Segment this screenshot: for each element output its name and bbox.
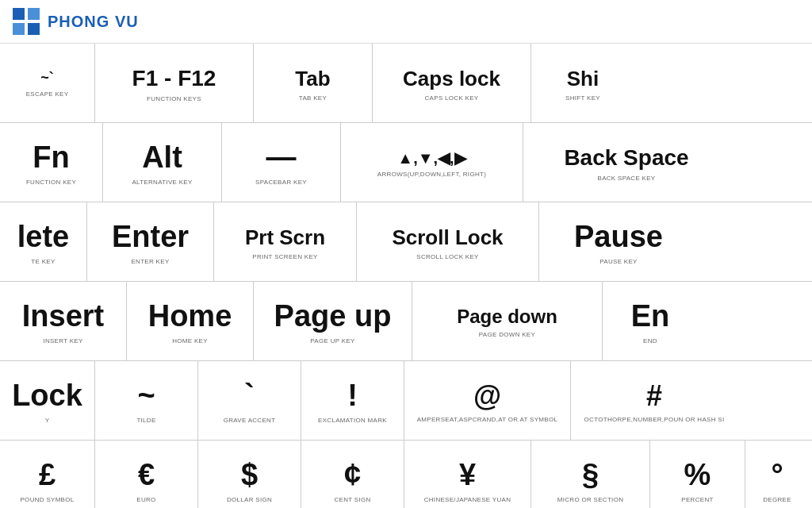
key-main-pause: Pause (574, 221, 663, 254)
key-main-dollar: $ (241, 459, 258, 492)
key-cell-backspace[interactable]: Back SpaceBACK SPACE KEY (523, 123, 730, 202)
key-sub-escape: ESCAPE KEY (26, 90, 69, 98)
key-sub-pageup: PAGE UP KEY (310, 337, 354, 345)
key-sub-end: END (643, 337, 657, 345)
key-cell-shift[interactable]: ShiSHIFT KEY (531, 44, 634, 122)
key-cell-home[interactable]: HomeHOME KEY (127, 282, 254, 360)
row-row5: LockY~TILDE`GRAVE ACCENT!EXCLAMATION MAR… (0, 361, 812, 441)
key-cell-at[interactable]: @AMPERSEAT,ASPCRAND,AT OR AT SYMBOL (404, 361, 571, 440)
key-cell-euro[interactable]: €EURO (95, 441, 198, 508)
key-main-spacebar: — (266, 141, 297, 175)
key-main-prtscn: Prt Scrn (245, 226, 325, 249)
row-row2: FnFUNCTION KEYAltALTERNATIVE KEY—SPACEBA… (0, 123, 812, 202)
key-cell-insert[interactable]: InsertINSERT KEY (0, 282, 127, 360)
key-cell-exclamation[interactable]: !EXCLAMATION MARK (301, 361, 404, 440)
logo-icon (11, 6, 41, 37)
logo-container: PHONG VU (11, 6, 139, 37)
key-cell-pound[interactable]: £POUND SYMBOL (0, 441, 95, 508)
key-cell-enter[interactable]: EnterENTER KEY (87, 202, 214, 281)
key-cell-pagedown[interactable]: Page downPAGE DOWN KEY (412, 282, 603, 360)
key-main-alt: Alt (142, 141, 182, 175)
key-main-pound: £ (39, 459, 56, 492)
key-sub-pound: POUND SYMBOL (20, 496, 74, 504)
svg-rect-1 (28, 8, 40, 20)
key-main-enter: Enter (112, 221, 189, 254)
key-sub-degree: DEGREE (763, 496, 791, 504)
key-main-end: En (631, 300, 670, 333)
key-main-arrows: ▲,▼,◀,▶ (397, 149, 465, 167)
key-sub-scrolllock: SCROLL LOCK KEY (416, 253, 478, 261)
key-main-shift: Shi (567, 67, 599, 90)
key-cell-alt[interactable]: AltALTERNATIVE KEY (103, 123, 222, 202)
key-sub-tilde: TILDE (136, 417, 155, 425)
key-cell-section[interactable]: §MICRO OR SECTION (531, 441, 650, 508)
svg-rect-0 (13, 8, 25, 20)
key-sub-alt: ALTERNATIVE KEY (132, 179, 192, 187)
key-main-delete: lete (17, 221, 69, 254)
key-sub-at: AMPERSEAT,ASPCRAND,AT OR AT SYMBOL (417, 416, 558, 424)
key-cell-end[interactable]: EnEND (603, 282, 698, 360)
key-sub-exclamation: EXCLAMATION MARK (318, 417, 387, 425)
key-cell-grave[interactable]: `GRAVE ACCENT (198, 361, 301, 440)
key-sub-grave: GRAVE ACCENT (224, 417, 276, 425)
key-sub-section: MICRO OR SECTION (557, 496, 623, 504)
key-cell-delete[interactable]: leteTE KEY (0, 202, 87, 281)
key-cell-tilde[interactable]: ~TILDE (95, 361, 198, 440)
key-cell-prtscn[interactable]: Prt ScrnPRINT SCREEN KEY (214, 202, 357, 281)
key-sub-function: FUNCTION KEYS (147, 95, 201, 103)
key-main-at: @ (473, 380, 501, 412)
key-cell-yen[interactable]: ¥CHINESE/JAPANESE YUAN (404, 441, 531, 508)
svg-rect-2 (13, 23, 25, 35)
key-sub-tab: TAB KEY (299, 94, 327, 102)
key-main-fn: Fn (33, 141, 69, 175)
row-row3: leteTE KEYEnterENTER KEYPrt ScrnPRINT SC… (0, 202, 812, 282)
key-cell-escape[interactable]: ~`ESCAPE KEY (0, 44, 95, 122)
key-main-euro: € (138, 459, 155, 492)
key-main-tab: Tab (295, 67, 330, 90)
key-main-cent: ¢ (344, 459, 361, 492)
key-cell-arrows[interactable]: ▲,▼,◀,▶ARROWS(UP,DOWN,LEFT, RIGHT) (341, 123, 523, 202)
key-main-escape: ~` (40, 71, 54, 87)
key-sub-pause: PAUSE KEY (599, 258, 637, 266)
key-main-home: Home (148, 300, 232, 333)
key-sub-backspace: BACK SPACE KEY (598, 175, 656, 183)
key-cell-pageup[interactable]: Page upPAGE UP KEY (254, 282, 412, 360)
key-cell-capslock[interactable]: Caps lockCAPS LOCK KEY (373, 44, 531, 122)
key-cell-degree[interactable]: °DEGREE (745, 441, 809, 508)
key-main-hash: # (646, 380, 662, 412)
key-cell-scrolllock[interactable]: Scroll LockSCROLL LOCK KEY (357, 202, 539, 281)
key-sub-enter: ENTER KEY (131, 258, 169, 266)
key-main-percent: % (684, 459, 711, 492)
key-cell-cent[interactable]: ¢CENT SIGN (301, 441, 404, 508)
key-sub-percent: PERCENT (681, 496, 713, 504)
row-row1: ~`ESCAPE KEYF1 - F12FUNCTION KEYSTabTAB … (0, 44, 812, 123)
key-cell-pause[interactable]: PausePAUSE KEY (539, 202, 698, 281)
key-sub-hash: OCTOTHORPE,NUMBER,POUN OR HASH SI (584, 416, 725, 424)
key-sub-yen: CHINESE/JAPANESE YUAN (424, 496, 511, 504)
key-cell-dollar[interactable]: $DOLLAR SIGN (198, 441, 301, 508)
key-main-grave: ` (244, 379, 255, 413)
key-cell-function[interactable]: F1 - F12FUNCTION KEYS (95, 44, 254, 122)
key-main-section: § (582, 459, 599, 492)
key-sub-capslock: CAPS LOCK KEY (425, 94, 479, 102)
key-cell-tab[interactable]: TabTAB KEY (254, 44, 373, 122)
key-main-degree: ° (771, 459, 783, 492)
key-sub-shift: SHIFT KEY (565, 94, 600, 102)
key-cell-percent[interactable]: %PERCENT (650, 441, 745, 508)
key-cell-numlock[interactable]: LockY (0, 361, 95, 440)
key-cell-hash[interactable]: #OCTOTHORPE,NUMBER,POUN OR HASH SI (571, 361, 737, 440)
key-main-yen: ¥ (459, 459, 476, 492)
key-main-function: F1 - F12 (132, 67, 216, 91)
key-sub-pagedown: PAGE DOWN KEY (479, 331, 535, 339)
key-main-insert: Insert (22, 300, 104, 333)
key-main-pageup: Page up (274, 300, 392, 333)
key-cell-fn[interactable]: FnFUNCTION KEY (0, 123, 103, 202)
key-main-tilde: ~ (137, 379, 155, 413)
key-main-capslock: Caps lock (403, 67, 500, 90)
row-row6: £POUND SYMBOL€EURO$DOLLAR SIGN¢CENT SIGN… (0, 441, 812, 508)
key-sub-home: HOME KEY (172, 337, 208, 345)
key-main-backspace: Back Space (564, 146, 688, 171)
key-cell-spacebar[interactable]: —SPACEBAR KEY (222, 123, 341, 202)
key-sub-insert: INSERT KEY (43, 337, 82, 345)
key-sub-numlock: Y (45, 417, 50, 425)
